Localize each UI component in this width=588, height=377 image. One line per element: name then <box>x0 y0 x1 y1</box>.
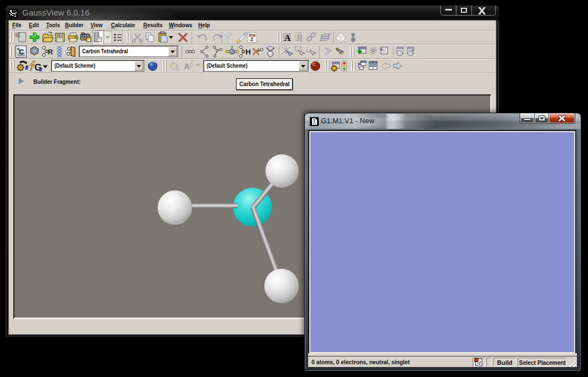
svg-text:H: H <box>245 48 251 56</box>
svg-text:R: R <box>48 48 53 56</box>
svg-text:A: A <box>184 62 190 71</box>
svg-text:Z: Z <box>250 37 253 42</box>
svg-text:A: A <box>284 33 291 43</box>
svg-text:R: R <box>296 33 303 43</box>
svg-text:C: C <box>19 48 24 56</box>
svg-text:?: ? <box>230 45 233 50</box>
